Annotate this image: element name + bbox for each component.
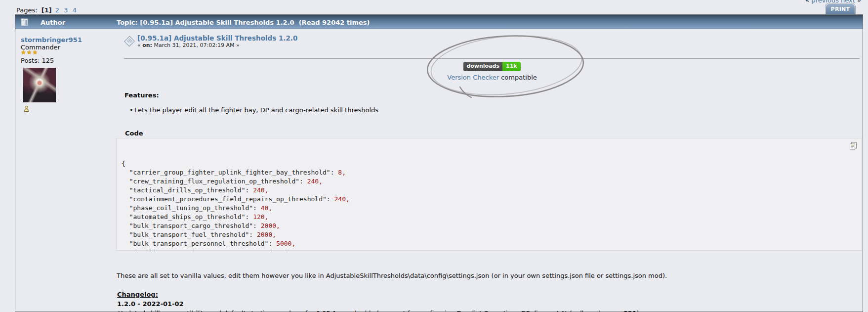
code-line: { bbox=[122, 159, 857, 168]
downloads-block: downloads11k Version Checker compatible bbox=[418, 62, 566, 81]
prev-next-close: » bbox=[855, 0, 861, 4]
code-line: "derelict_operations_percentage_per_d_mo… bbox=[122, 248, 857, 251]
code-line: "crew_training_flux_regulation_op_thresh… bbox=[122, 177, 857, 186]
page-link-2[interactable]: 2 bbox=[55, 6, 59, 14]
post-column: [0.95.1a] Adjustable Skill Thresholds 1.… bbox=[110, 29, 863, 312]
code-line: "carrier_group_fighter_uplink_fighter_ba… bbox=[122, 168, 857, 177]
code-line: "bulk_transport_fuel_threshold": 2000, bbox=[122, 230, 857, 239]
page-link-3[interactable]: 3 bbox=[64, 6, 68, 14]
changelog-entry-credit: cmp821 bbox=[608, 310, 637, 312]
code-heading: Code bbox=[125, 130, 143, 137]
feature-text: Lets the player edit all the fighter bay… bbox=[134, 106, 378, 114]
code-line: "bulk_transport_cargo_threshold": 2000, bbox=[122, 222, 857, 230]
post-count: Posts: 125 bbox=[21, 57, 54, 64]
topic-post-icon bbox=[124, 36, 135, 47]
pages-label: Pages: bbox=[16, 6, 38, 14]
code-line: "phase_coil_tuning_op_threshold": 40, bbox=[122, 204, 857, 213]
post-separator bbox=[124, 58, 860, 59]
post-title-link[interactable]: [0.95.1a] Adjustable Skill Thresholds 1.… bbox=[137, 34, 297, 42]
code-lines: { "carrier_group_fighter_uplink_fighter_… bbox=[122, 159, 857, 251]
author-column: stormbringer951 Commander ★★★ Posts: 125 bbox=[15, 29, 110, 312]
downloads-badge-label: downloads bbox=[463, 62, 502, 71]
pages-nav: Pages: [1] 2 3 4 bbox=[16, 6, 79, 14]
view-profile-icon[interactable] bbox=[23, 105, 30, 112]
downloads-badge: downloads11k bbox=[463, 62, 520, 71]
date-text: March 31, 2021, 07:02:19 AM » bbox=[152, 42, 240, 48]
print-button[interactable]: PRINT bbox=[826, 3, 855, 15]
downloads-badge-value: 11k bbox=[502, 62, 521, 71]
code-line: "tactical_drills_op_threshold": 240, bbox=[122, 186, 857, 195]
changelog-entry-close: ) bbox=[637, 310, 639, 312]
current-page: [1] bbox=[41, 6, 52, 14]
topic-list-icon bbox=[20, 18, 29, 26]
changelog-entry-text: Updated skills compatibility and default… bbox=[118, 310, 608, 312]
code-line: "containment_procedures_field_repairs_op… bbox=[122, 195, 857, 204]
avatar bbox=[23, 68, 56, 102]
topic-title-header: Topic: [0.95.1a] Adjustable Skill Thresh… bbox=[117, 19, 370, 26]
changelog-heading: Changelog: bbox=[117, 291, 158, 298]
changelog-version: 1.2.0 - 2022-01-02 bbox=[117, 300, 184, 308]
bullet-icon: • bbox=[129, 106, 134, 114]
version-checker-line: Version Checker compatible bbox=[418, 74, 566, 81]
username-link[interactable]: stormbringer951 bbox=[21, 36, 82, 44]
date-open: « bbox=[137, 42, 142, 48]
version-checker-link[interactable]: Version Checker bbox=[447, 74, 499, 81]
copy-code-icon[interactable] bbox=[849, 142, 857, 150]
features-heading: Features: bbox=[124, 91, 159, 99]
code-line: "automated_ships_op_threshold": 120, bbox=[122, 213, 857, 222]
post-paragraph: These are all set to vanilla values, edi… bbox=[117, 272, 848, 279]
topic-header-bar: Author Topic: [0.95.1a] Adjustable Skill… bbox=[15, 15, 863, 29]
page-link-4[interactable]: 4 bbox=[73, 6, 77, 14]
changelog-entry: Updated skills compatibility and default… bbox=[118, 310, 849, 312]
topic-table: Author Topic: [0.95.1a] Adjustable Skill… bbox=[15, 14, 863, 312]
post-date: « on: March 31, 2021, 07:02:19 AM » bbox=[137, 42, 240, 48]
rank-stars-icon: ★★★ bbox=[21, 49, 38, 56]
feature-list-item: •Lets the player edit all the fighter ba… bbox=[129, 106, 378, 114]
code-line: "bulk_transport_personnel_threshold": 50… bbox=[122, 239, 857, 248]
author-column-header: Author bbox=[41, 19, 65, 26]
code-block: { "carrier_group_fighter_uplink_fighter_… bbox=[116, 138, 862, 251]
date-on-label: on: bbox=[142, 42, 152, 48]
version-checker-suffix: compatible bbox=[499, 74, 537, 81]
prev-next-open: « bbox=[805, 0, 811, 4]
